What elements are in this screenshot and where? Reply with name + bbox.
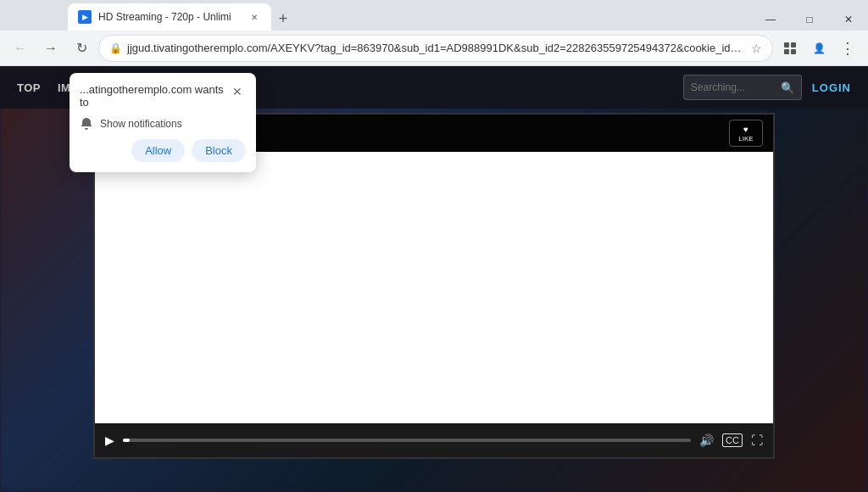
new-tab-button[interactable]: +: [271, 7, 295, 31]
search-icon: 🔍: [781, 81, 794, 94]
address-bar[interactable]: 🔒 jjgud.tivatingotheremplo.com/AXEYKV?ta…: [98, 35, 773, 62]
progress-fill: [123, 439, 130, 442]
like-button[interactable]: ♥ LIKE: [729, 120, 763, 147]
tab-close-button[interactable]: ✕: [248, 10, 261, 24]
more-button[interactable]: ⋮: [834, 35, 861, 62]
window-controls: — □ ✕: [751, 7, 868, 32]
toolbar-actions: 👤 ⋮: [776, 35, 861, 62]
video-progress-bar[interactable]: [123, 439, 691, 442]
popup-close-button[interactable]: ✕: [230, 83, 246, 100]
close-button[interactable]: ✕: [829, 7, 868, 32]
star-icon[interactable]: ☆: [751, 42, 762, 55]
fullscreen-icon[interactable]: ⛶: [751, 433, 763, 447]
svg-rect-1: [791, 42, 796, 48]
block-button[interactable]: Block: [192, 139, 246, 162]
video-embed-area: [95, 152, 773, 423]
cc-icon[interactable]: CC: [722, 433, 743, 447]
chrome-window: ▶ HD Streaming - 720p - Unlimi ✕ + — □ ✕…: [0, 0, 868, 492]
login-button[interactable]: LOGIN: [812, 81, 851, 94]
maximize-button[interactable]: □: [790, 7, 829, 32]
svg-rect-2: [784, 49, 789, 54]
webpage: TOP IMDb NEWS REQUEST 🔍 LOGIN 0p - Unlim…: [0, 66, 868, 492]
nav-item-top[interactable]: TOP: [17, 81, 41, 94]
url-text: jjgud.tivatingotheremplo.com/AXEYKV?tag_…: [127, 42, 746, 54]
profile-button[interactable]: 👤: [805, 35, 832, 62]
allow-button[interactable]: Allow: [131, 139, 185, 162]
site-search-box[interactable]: 🔍: [683, 75, 802, 100]
minimize-button[interactable]: —: [751, 7, 790, 32]
popup-notification-row: Show notifications: [80, 117, 246, 131]
video-control-icons: 🔊 CC ⛶: [699, 433, 763, 447]
heart-icon: ♥: [743, 125, 748, 134]
like-label: LIKE: [738, 135, 753, 143]
play-button[interactable]: ▶: [105, 433, 114, 447]
favicon-icon: ▶: [82, 13, 88, 21]
popup-title: ...atingotheremplo.com wants to: [80, 83, 230, 109]
popup-header: ...atingotheremplo.com wants to ✕: [80, 83, 246, 109]
reload-button[interactable]: ↻: [68, 35, 95, 62]
back-button[interactable]: ←: [7, 35, 34, 62]
tab-bar: ▶ HD Streaming - 720p - Unlimi ✕ + — □ ✕: [0, 0, 868, 31]
volume-icon[interactable]: 🔊: [699, 433, 714, 447]
browser-toolbar: ← → ↻ 🔒 jjgud.tivatingotheremplo.com/AXE…: [0, 31, 868, 66]
extensions-button[interactable]: [776, 35, 804, 62]
svg-rect-3: [791, 49, 796, 54]
search-input[interactable]: [691, 81, 776, 93]
video-controls-bar: ▶ 🔊 CC ⛶: [95, 423, 773, 457]
forward-button[interactable]: →: [37, 35, 64, 62]
active-tab[interactable]: ▶ HD Streaming - 720p - Unlimi ✕: [68, 3, 271, 31]
tab-favicon: ▶: [78, 10, 92, 24]
lock-icon: 🔒: [109, 42, 122, 54]
svg-rect-0: [784, 42, 789, 48]
tab-title: HD Streaming - 720p - Unlimi: [98, 11, 241, 23]
notification-label: Show notifications: [100, 118, 182, 130]
bell-icon: [80, 117, 93, 131]
popup-buttons: Allow Block: [80, 139, 246, 162]
notification-popup: ...atingotheremplo.com wants to ✕ Show n…: [70, 73, 256, 172]
